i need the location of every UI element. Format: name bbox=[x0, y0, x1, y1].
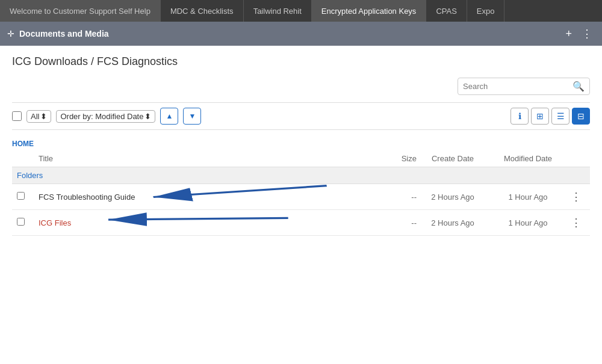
row-1-title: FCS Troubleshooting Guide bbox=[39, 193, 380, 202]
sort-desc-button[interactable]: ▼ bbox=[183, 108, 201, 125]
row-1-more-button[interactable]: ⋮ bbox=[569, 190, 583, 203]
select-all-checkbox[interactable] bbox=[12, 111, 22, 121]
nav-item-tailwind[interactable]: Tailwind Rehit bbox=[244, 0, 312, 22]
row-1-create-date: 2 Hours Ago bbox=[417, 193, 489, 202]
nav-item-expo[interactable]: Expo bbox=[467, 0, 505, 22]
row-2-checkbox[interactable] bbox=[17, 218, 39, 227]
row-2-title: ICG Files bbox=[39, 218, 380, 227]
header-size-col: Size bbox=[380, 154, 417, 163]
row-2-modified-date: 1 Hour Ago bbox=[489, 218, 567, 227]
breadcrumb: ICG Downloads / FCS Diagnostics bbox=[12, 55, 590, 68]
row-1-size: -- bbox=[380, 193, 417, 202]
list-view-button[interactable]: ☰ bbox=[551, 108, 569, 125]
row-2-actions[interactable]: ⋮ bbox=[567, 216, 585, 229]
nav-item-encrypted[interactable]: Encrypted Application Keys bbox=[312, 0, 427, 22]
table-view-button[interactable]: ⊟ bbox=[572, 108, 590, 125]
search-wrapper: 🔍 bbox=[458, 78, 590, 95]
nav-item-welcome[interactable]: Welcome to Customer Support Self Help bbox=[0, 0, 161, 22]
toolbar-row: All ⬍ Order by: Modified Date ⬍ ▲ ▼ ℹ ⊞ … bbox=[12, 102, 590, 130]
row-2-link[interactable]: ICG Files bbox=[39, 218, 71, 227]
info-view-button[interactable]: ℹ bbox=[510, 108, 529, 125]
dm-header-title: Documents and Media bbox=[19, 29, 563, 39]
table-row: ICG Files -- 2 Hours Ago 1 Hour Ago ⋮ bbox=[12, 210, 590, 236]
row-2-create-date: 2 Hours Ago bbox=[417, 218, 489, 227]
search-bar: 🔍 bbox=[12, 78, 590, 95]
table-header: Title Size Create Date Modified Date bbox=[12, 150, 590, 167]
all-selector[interactable]: All ⬍ bbox=[26, 110, 51, 123]
home-label: HOME bbox=[12, 135, 590, 150]
add-button[interactable]: + bbox=[563, 27, 574, 40]
folders-section-label: Folders bbox=[12, 167, 590, 184]
nav-item-cpas[interactable]: CPAS bbox=[426, 0, 467, 22]
search-icon[interactable]: 🔍 bbox=[573, 81, 585, 92]
row-1-modified-date: 1 Hour Ago bbox=[489, 193, 567, 202]
header-create-col: Create Date bbox=[417, 154, 489, 163]
more-options-button[interactable]: ⋮ bbox=[579, 27, 595, 40]
toolbar-left: All ⬍ Order by: Modified Date ⬍ ▲ ▼ bbox=[12, 108, 510, 125]
sort-asc-button[interactable]: ▲ bbox=[160, 108, 178, 125]
move-icon: ✛ bbox=[7, 29, 14, 39]
table-row: FCS Troubleshooting Guide -- 2 Hours Ago… bbox=[12, 184, 590, 210]
toolbar-right: ℹ ⊞ ☰ ⊟ bbox=[510, 108, 590, 125]
search-input[interactable] bbox=[463, 82, 573, 91]
folders-container: FCS Troubleshooting Guide -- 2 Hours Ago… bbox=[12, 184, 590, 236]
top-navigation: Welcome to Customer Support Self Help MD… bbox=[0, 0, 602, 22]
main-content: ICG Downloads / FCS Diagnostics 🔍 All ⬍ … bbox=[0, 46, 602, 364]
dm-header-actions: + ⋮ bbox=[563, 27, 595, 40]
row-1-actions[interactable]: ⋮ bbox=[567, 190, 585, 203]
documents-media-header: ✛ Documents and Media + ⋮ bbox=[0, 22, 602, 46]
order-by-selector[interactable]: Order by: Modified Date ⬍ bbox=[56, 110, 155, 123]
nav-item-mdc[interactable]: MDC & Checklists bbox=[161, 0, 244, 22]
card-view-button[interactable]: ⊞ bbox=[531, 108, 549, 125]
row-2-size: -- bbox=[380, 218, 417, 227]
row-2-more-button[interactable]: ⋮ bbox=[569, 216, 583, 229]
header-modified-col: Modified Date bbox=[489, 154, 567, 163]
row-1-checkbox[interactable] bbox=[17, 192, 39, 202]
header-title-col: Title bbox=[39, 154, 380, 163]
